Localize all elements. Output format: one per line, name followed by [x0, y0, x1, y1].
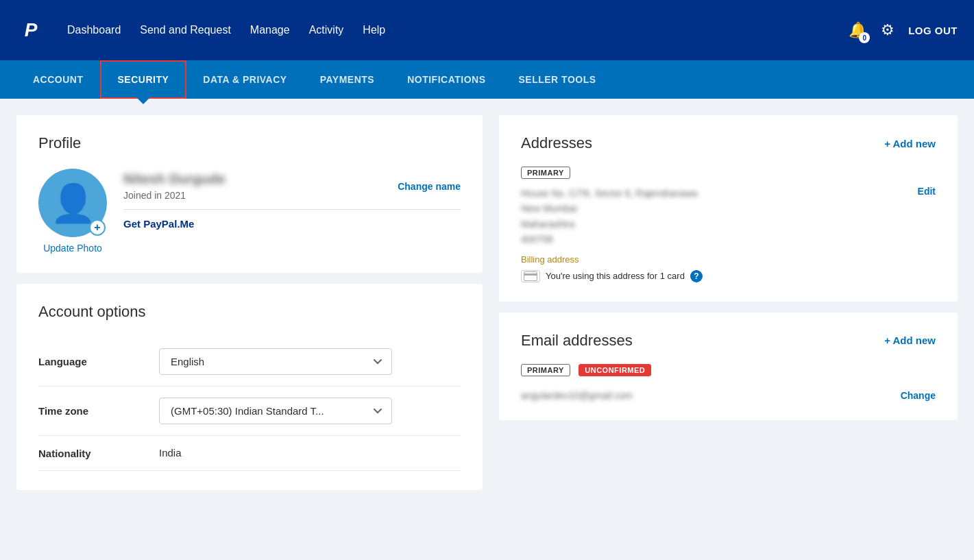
credit-card-icon: [521, 270, 540, 282]
logout-button[interactable]: LOG OUT: [908, 25, 958, 36]
right-column: Addresses + Add new PRIMARY House No. C/…: [499, 115, 958, 544]
profile-info: Nitesh Durgude Joined in 2021 Change nam…: [123, 169, 461, 230]
avatar-section: 👤 + Update Photo: [38, 169, 107, 254]
card-info-text: You're using this address for 1 card: [546, 271, 685, 281]
main-content: Profile 👤 + Update Photo Nitesh Durgude …: [0, 99, 974, 560]
avatar: 👤 +: [38, 169, 107, 237]
timezone-label: Time zone: [38, 405, 148, 417]
paypal-logo[interactable]: P: [16, 16, 45, 45]
nationality-control: India: [159, 447, 461, 459]
notification-count: 0: [859, 32, 870, 43]
language-control: English Hindi: [159, 348, 461, 375]
info-icon[interactable]: ?: [690, 270, 703, 282]
sub-navigation: ACCOUNT SECURITY DATA & PRIVACY PAYMENTS…: [0, 60, 974, 99]
timezone-control: (GMT+05:30) Indian Standard T...: [159, 398, 461, 424]
add-address-button[interactable]: + Add new: [884, 138, 936, 149]
avatar-add-icon[interactable]: +: [89, 219, 106, 236]
subnav-data-privacy[interactable]: DATA & PRIVACY: [186, 60, 303, 99]
nav-link-dashboard[interactable]: Dashboard: [67, 24, 121, 36]
account-options-card: Account options Language English Hindi T…: [16, 284, 483, 490]
language-label: Language: [38, 356, 148, 367]
address-text: House No. C/78, Sector 6, Rajendranawa N…: [521, 186, 698, 247]
nav-links: Dashboard Send and Request Manage Activi…: [67, 24, 827, 36]
profile-joined: Joined in 2021: [123, 190, 226, 201]
timezone-option-row: Time zone (GMT+05:30) Indian Standard T.…: [38, 387, 461, 436]
primary-badge: PRIMARY: [521, 167, 570, 179]
profile-title: Profile: [38, 134, 461, 152]
nationality-option-row: Nationality India: [38, 436, 461, 471]
addresses-header: Addresses + Add new: [521, 134, 936, 152]
timezone-select[interactable]: (GMT+05:30) Indian Standard T...: [159, 398, 392, 424]
subnav-notifications[interactable]: NOTIFICATIONS: [391, 60, 502, 99]
notification-bell[interactable]: 🔔 0: [849, 21, 867, 39]
subnav-account[interactable]: ACCOUNT: [16, 60, 100, 99]
profile-name: Nitesh Durgude: [123, 171, 226, 187]
nav-link-manage[interactable]: Manage: [250, 24, 290, 36]
get-paypalme-link[interactable]: Get PayPal.Me: [123, 218, 194, 230]
account-options-title: Account options: [38, 303, 461, 321]
edit-address-link[interactable]: Edit: [918, 186, 936, 197]
update-photo-link[interactable]: Update Photo: [43, 243, 102, 254]
email-title: Email addresses: [521, 332, 633, 350]
subnav-payments[interactable]: PAYMENTS: [304, 60, 391, 99]
nav-link-activity[interactable]: Activity: [309, 24, 344, 36]
svg-rect-0: [524, 271, 537, 280]
avatar-silhouette-icon: 👤: [50, 184, 96, 221]
nav-link-help[interactable]: Help: [363, 24, 385, 36]
nav-link-send-request[interactable]: Send and Request: [140, 24, 231, 36]
add-email-button[interactable]: + Add new: [884, 334, 936, 346]
nav-right-actions: 🔔 0 ⚙ LOG OUT: [849, 21, 958, 39]
profile-name-row: Nitesh Durgude Joined in 2021 Change nam…: [123, 171, 461, 210]
email-primary-badge: PRIMARY: [521, 364, 570, 376]
address-row: House No. C/78, Sector 6, Rajendranawa N…: [521, 186, 936, 247]
svg-rect-1: [524, 273, 537, 276]
subnav-seller-tools[interactable]: SELLER TOOLS: [502, 60, 612, 99]
paypal-logo-text: P: [25, 19, 38, 41]
top-navigation: P Dashboard Send and Request Manage Acti…: [0, 0, 974, 60]
language-select[interactable]: English Hindi: [159, 348, 392, 375]
email-addresses-card: Email addresses + Add new PRIMARY UNCONF…: [499, 313, 958, 420]
addresses-title: Addresses: [521, 134, 592, 152]
email-header: Email addresses + Add new: [521, 332, 936, 350]
billing-label: Billing address: [521, 254, 936, 265]
email-address-text: angulardev10@gmail.com: [521, 390, 633, 401]
change-name-link[interactable]: Change name: [398, 181, 461, 192]
nationality-label: Nationality: [38, 448, 148, 459]
profile-card: Profile 👤 + Update Photo Nitesh Durgude …: [16, 115, 483, 273]
language-option-row: Language English Hindi: [38, 337, 461, 387]
nationality-value: India: [159, 447, 182, 459]
settings-icon[interactable]: ⚙: [881, 21, 894, 39]
change-email-link[interactable]: Change: [901, 390, 936, 401]
email-row: angulardev10@gmail.com Change: [521, 390, 936, 401]
left-column: Profile 👤 + Update Photo Nitesh Durgude …: [16, 115, 483, 544]
email-unconfirmed-badge: UNCONFIRMED: [579, 364, 651, 376]
addresses-card: Addresses + Add new PRIMARY House No. C/…: [499, 115, 958, 302]
profile-row: 👤 + Update Photo Nitesh Durgude Joined i…: [38, 169, 461, 254]
profile-name-joined: Nitesh Durgude Joined in 2021: [123, 171, 226, 201]
subnav-security[interactable]: SECURITY: [100, 60, 187, 99]
card-info-row: You're using this address for 1 card ?: [521, 270, 936, 282]
